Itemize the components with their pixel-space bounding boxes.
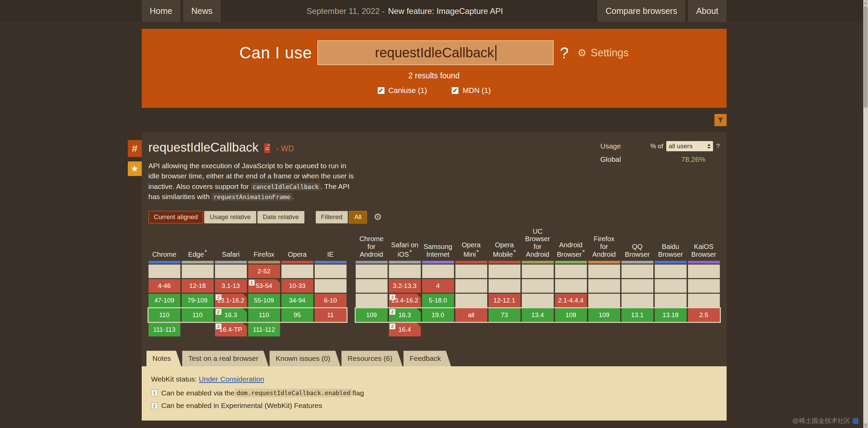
control-button-all[interactable]: All (349, 211, 367, 223)
support-cell[interactable]: 6-10 (315, 294, 347, 307)
control-button-filtered[interactable]: Filtered (316, 211, 348, 223)
control-button-current-aligned[interactable]: Current aligned (149, 211, 203, 223)
support-cell[interactable]: 16.32 (215, 308, 247, 322)
support-cell[interactable]: 12-12.1 (489, 294, 520, 307)
note-badge: 2 (390, 309, 395, 315)
support-cell (555, 279, 587, 293)
browser-header-firefox-for-android: Firefox for Android (588, 235, 620, 264)
note-badge: 2 (390, 324, 395, 329)
support-cell (356, 265, 388, 278)
favorite-button[interactable]: ★ (128, 161, 142, 176)
scrollbar[interactable]: ▲ ▼ (863, 0, 868, 428)
nav-item-news[interactable]: News (183, 0, 221, 22)
support-cell[interactable]: 13.1 (622, 308, 653, 322)
spec-document-icon[interactable] (263, 143, 271, 153)
support-cell (281, 323, 313, 336)
support-cell[interactable]: 55-109 (248, 294, 280, 307)
support-cell[interactable]: 16.42 (389, 323, 421, 336)
support-cell[interactable]: 110 (182, 308, 214, 322)
support-cell (489, 265, 520, 278)
tab-known-issues-0[interactable]: Known issues (0) (270, 351, 340, 366)
support-cell[interactable]: 10-33 (281, 279, 313, 293)
support-cell[interactable]: 13.4 (522, 308, 554, 322)
support-cell[interactable]: all (455, 308, 487, 322)
tab-notes[interactable]: Notes (146, 351, 181, 366)
help-icon[interactable]: ? (716, 142, 720, 150)
support-cell[interactable]: 79-109 (182, 294, 214, 307)
support-cell[interactable]: 110 (149, 308, 180, 322)
note-badge: 2 (390, 294, 395, 300)
browser-header-opera-mobile: Opera Mobile* (489, 241, 520, 264)
alignment-buttons: Current alignedUsage relativeDate relati… (149, 211, 304, 223)
support-cell[interactable]: 111-112 (248, 323, 280, 336)
tab-test-on-a-real-browser[interactable]: Test on a real browser (182, 351, 269, 366)
checkbox-label: Caniuse (1) (389, 86, 427, 95)
announcement-link[interactable]: September 11, 2022 - New feature: ImageC… (307, 0, 503, 22)
control-button-date-relative[interactable]: Date relative (257, 211, 304, 223)
inline-code-flag: dom.requestIdleCallback.enabled (235, 389, 353, 397)
support-cell (622, 294, 653, 307)
support-cell[interactable]: 2.5 (688, 308, 720, 322)
filter-checkbox-mdn-1[interactable]: ✓MDN (1) (451, 86, 491, 95)
anchor-link-button[interactable]: # (128, 140, 142, 157)
support-cell[interactable]: 47-109 (149, 294, 180, 307)
scroll-up-arrow-icon[interactable]: ▲ (863, 0, 868, 5)
support-cell[interactable]: 73 (489, 308, 520, 322)
support-cell[interactable]: 2-52 (248, 265, 280, 278)
support-cell (315, 265, 347, 278)
support-cell[interactable]: 16.32 (389, 308, 421, 322)
webkit-status-link[interactable]: Under Consideration (199, 375, 264, 383)
support-cell[interactable]: 3.2-13.3 (389, 279, 421, 293)
support-cell[interactable]: 111-113 (149, 323, 180, 336)
global-usage-label: Global (600, 155, 621, 163)
settings-button[interactable]: ⚙ Settings (577, 47, 629, 59)
usage-select[interactable]: all users (666, 141, 713, 151)
support-cell[interactable]: 3.1-13 (215, 279, 247, 293)
support-cell[interactable]: 12-18 (182, 279, 214, 293)
support-cell[interactable]: 34-94 (281, 294, 313, 307)
support-cell[interactable]: 109 (555, 308, 587, 322)
nav-item-about[interactable]: About (688, 0, 726, 22)
support-cell[interactable]: 4-46 (149, 279, 180, 293)
support-cell[interactable]: 13.1-16.22 (215, 294, 247, 307)
note-badge: 1 (249, 280, 255, 286)
support-cell[interactable]: 13.4-16.22 (389, 294, 421, 307)
support-cell[interactable]: 16.4-TP2 (215, 323, 247, 336)
support-cell (655, 294, 687, 307)
support-cell[interactable]: 5-18.0 (422, 294, 454, 307)
filter-button[interactable] (714, 114, 727, 126)
support-cell[interactable]: 4 (422, 279, 454, 293)
scrollbar-thumb[interactable] (864, 6, 868, 108)
search-input[interactable]: requestIdleCallback (317, 40, 554, 65)
support-cell[interactable]: 110 (248, 308, 280, 322)
support-cell[interactable]: 11 (315, 308, 347, 322)
browser-color-bar (281, 261, 313, 264)
control-button-usage-relative[interactable]: Usage relative (204, 211, 256, 223)
filter-checkbox-caniuse-1[interactable]: ✓Caniuse (1) (377, 86, 427, 95)
tab-resources-6[interactable]: Resources (6) (341, 351, 402, 366)
browser-color-bar (688, 261, 720, 264)
support-cell (182, 265, 214, 278)
nav-item-compare-browsers[interactable]: Compare browsers (597, 0, 685, 22)
nav-item-home[interactable]: Home (142, 0, 181, 22)
note-asterisk: * (205, 249, 207, 255)
support-cell[interactable]: 109 (588, 308, 620, 322)
support-cell[interactable]: 95 (281, 308, 313, 322)
table-settings-gear-icon[interactable]: ⚙ (374, 212, 382, 222)
browser-color-bar (522, 261, 554, 264)
support-cell[interactable]: 2.1-4.4.4 (555, 294, 587, 307)
flag-icon (417, 323, 421, 327)
webkit-status-label: WebKit status: (151, 375, 197, 383)
support-cell (655, 323, 687, 336)
browser-header-chrome: Chrome (149, 251, 180, 264)
support-cell (489, 323, 520, 336)
support-cell[interactable]: 19.0 (422, 308, 454, 322)
support-cell[interactable]: 109 (356, 308, 388, 322)
support-cell[interactable]: 53-541 (248, 279, 280, 293)
support-cell[interactable]: 13.18 (655, 308, 687, 322)
tab-feedback[interactable]: Feedback (403, 351, 451, 366)
hash-icon: # (132, 143, 138, 154)
star-icon: ★ (131, 163, 138, 174)
feature-title: requestIdleCallback (149, 140, 259, 155)
scroll-down-arrow-icon[interactable]: ▼ (863, 423, 868, 428)
